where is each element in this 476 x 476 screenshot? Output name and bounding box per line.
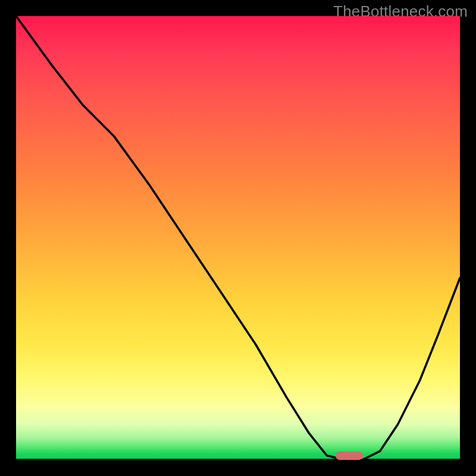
- x-axis-baseline: [16, 459, 460, 460]
- optimal-point-marker: [336, 452, 363, 460]
- bottleneck-curve: [16, 16, 460, 460]
- plot-area: [16, 16, 460, 460]
- chart-frame: TheBottleneck.com: [0, 0, 476, 476]
